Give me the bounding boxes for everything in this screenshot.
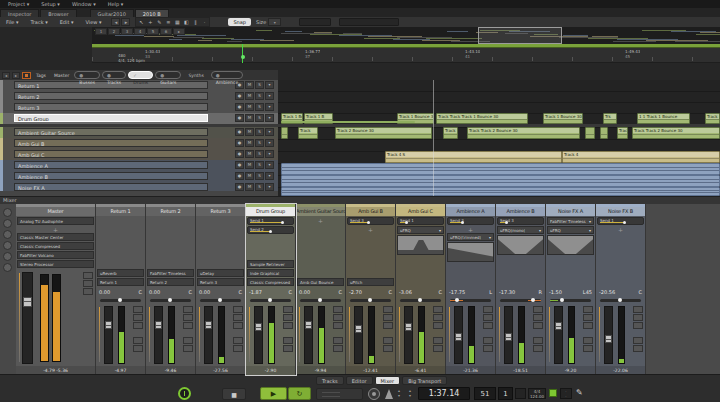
clip-drum-group-track[interactable]: Track (705, 113, 720, 124)
strip-mini-button[interactable] (183, 337, 193, 344)
strip-mini-button[interactable] (333, 337, 343, 344)
fader-cap[interactable] (355, 325, 362, 333)
strip-mini-button[interactable] (583, 322, 593, 329)
clip-ambient-guitar-source-track-track-2-bounce-30[interactable]: Track Track 2 Bounce 30 (632, 127, 720, 139)
strip-mini-button[interactable] (583, 306, 593, 313)
more-button[interactable]: ▾ (265, 103, 274, 111)
solo-button[interactable]: S (255, 172, 264, 180)
view-button-editor[interactable]: Editor (346, 376, 373, 385)
fader-cap[interactable] (305, 321, 312, 329)
mixer-strip-amb-gui-c[interactable]: Amb Gui CSend 1uFRQ▾-3.06C-6.41 (396, 204, 446, 375)
timeline-ruler[interactable]: 1:30.43331:36.77371:43.10411:49.4345 (92, 48, 720, 63)
strip-mini-button[interactable] (333, 314, 343, 321)
loop-button[interactable]: ↻ (288, 387, 311, 400)
strip-mini-button[interactable] (83, 272, 93, 279)
fader-cap[interactable] (105, 321, 112, 329)
eq-display[interactable] (547, 235, 594, 255)
list-tool-icon[interactable]: ≡ (164, 18, 172, 26)
tab-browser[interactable]: Browser (40, 9, 76, 17)
mixer-strip-ambience-b[interactable]: Ambience BSend 3uFRQ(mono)▾-17.30R-18.51 (496, 204, 546, 375)
stop-button[interactable]: ■ (222, 388, 246, 400)
clip-ambient-guitar-source[interactable] (600, 127, 608, 139)
power-icon[interactable] (178, 387, 191, 400)
record-arm-button[interactable]: ● (235, 114, 244, 122)
mute-button[interactable]: M (245, 161, 254, 169)
screenset-4[interactable]: 4 (134, 28, 146, 35)
fx-slot-analog-tu-audiophile[interactable]: Analog TU Audiophile (17, 217, 94, 225)
toolbar-nav-next[interactable]: ▸ (121, 18, 130, 26)
solo-button[interactable]: S (255, 183, 264, 191)
navigator-view-rect[interactable] (478, 27, 562, 44)
toolbar-menu-edit[interactable]: Edit ▾ (54, 19, 80, 25)
pan-knob[interactable] (168, 298, 172, 302)
volume-fader[interactable] (454, 306, 463, 364)
menu-setup[interactable]: Setup ▾ (36, 1, 65, 7)
filter-pill-synths[interactable]: Synths (183, 71, 208, 79)
clip-ambient-guitar-source[interactable] (281, 127, 288, 139)
tab-inspector[interactable]: Inspector (0, 9, 39, 17)
mixer-strip-amb-gui-b[interactable]: Amb Gui BSend 3+uPitch-2.70C-12.41 (346, 204, 396, 375)
clip-noise-fx-a[interactable] (281, 187, 720, 196)
fader-cap[interactable] (23, 297, 32, 307)
filter-pill-busses[interactable]: ●Busses (74, 71, 100, 79)
fx-slot-ureverb[interactable]: uReverb (97, 269, 144, 277)
record-arm-button[interactable]: ● (235, 172, 244, 180)
more-button[interactable]: ▾ (265, 114, 274, 122)
strip-mini-button[interactable] (583, 337, 593, 344)
fx-slot-fabfilter-volcano[interactable]: FabFilter Volcano (17, 251, 94, 259)
send-send-1[interactable]: Send 1 (247, 217, 294, 225)
strip-mini-button[interactable] (233, 314, 243, 321)
screenset-[interactable]: ▸ (173, 28, 185, 35)
more-button[interactable]: ▾ (265, 183, 274, 191)
strip-mini-button[interactable] (133, 306, 143, 313)
send-send-1[interactable]: Send 1 (597, 217, 644, 225)
record-button[interactable] (368, 388, 380, 400)
clip-ambient-guitar-source[interactable] (585, 127, 595, 139)
mixer-strip-return-1[interactable]: Return 1uReverbReturn 10.00C-4.97 (96, 204, 146, 375)
menu-project[interactable]: Project ▾ (3, 1, 34, 7)
mixer-mode-icon[interactable] (3, 230, 12, 239)
more-button[interactable]: ▾ (265, 161, 274, 169)
track-name-ambient-guitar-source[interactable]: Ambient Guitar Source (14, 128, 208, 136)
strip-mini-button[interactable] (233, 337, 243, 344)
filter-pill-ambience[interactable]: ●Ambience (211, 71, 243, 79)
track-row-return-3[interactable]: Return 3●MS▾ (0, 102, 278, 113)
filter-button-master[interactable]: Master (51, 73, 72, 78)
strip-mini-button[interactable] (433, 337, 443, 344)
track-name-return-2[interactable]: Return 2 (14, 92, 208, 100)
beat-display[interactable]: 1 (498, 387, 513, 400)
more-button[interactable]: ▾ (265, 150, 274, 158)
strip-mini-button[interactable] (233, 345, 243, 352)
strip-mini-button[interactable] (483, 322, 493, 329)
solo-button[interactable]: S (255, 161, 264, 169)
screenset-5[interactable]: 5 (147, 28, 159, 35)
strip-mini-button[interactable] (83, 288, 93, 295)
add-fx-button[interactable]: + (447, 226, 494, 233)
fx-slot-classic-compressed[interactable]: Classic Compressed (17, 242, 94, 250)
fx-slot-upitch[interactable]: uPitch (347, 278, 394, 286)
strip-mini-button[interactable] (283, 345, 293, 352)
toolbar-menu-file[interactable]: File ▾ (0, 19, 24, 25)
strip-mini-button[interactable] (633, 345, 643, 352)
volume-fader[interactable] (354, 306, 363, 364)
strip-mini-button[interactable] (633, 322, 643, 329)
send-send-3[interactable]: Send 3 (447, 217, 494, 225)
more-button[interactable]: ▾ (265, 172, 274, 180)
mute-button[interactable]: M (245, 150, 254, 158)
pan-knob[interactable] (268, 298, 272, 302)
track-name-amb-gui-b[interactable]: Amb Gui B (14, 139, 208, 147)
strip-mini-button[interactable] (583, 345, 593, 352)
mixer-strip-ambient-guitar-source[interactable]: Ambient Guitar Source+Amb Gui Bounce0.00… (296, 204, 346, 375)
mute-button[interactable]: M (245, 172, 254, 180)
clip-ambient-guitar-source-track[interactable]: Track (298, 127, 318, 139)
add-fx-button[interactable]: + (347, 226, 394, 233)
fx-slot-return-3[interactable]: Return 3 (197, 278, 244, 286)
record-arm-button[interactable]: ● (235, 103, 244, 111)
track-name-drum-group[interactable]: Drum Group (14, 114, 208, 122)
send-send-3[interactable]: Send 3 (347, 217, 394, 225)
screenset-6[interactable]: 6 (160, 28, 172, 35)
strip-mini-button[interactable] (433, 314, 443, 321)
filter-pill-tracks[interactable]: ●Tracks (102, 71, 126, 79)
solo-button[interactable]: S (255, 128, 264, 136)
mixer-strip-drum-group[interactable]: Drum GroupSend 1Send 2Sample RetrieverIn… (246, 204, 296, 375)
